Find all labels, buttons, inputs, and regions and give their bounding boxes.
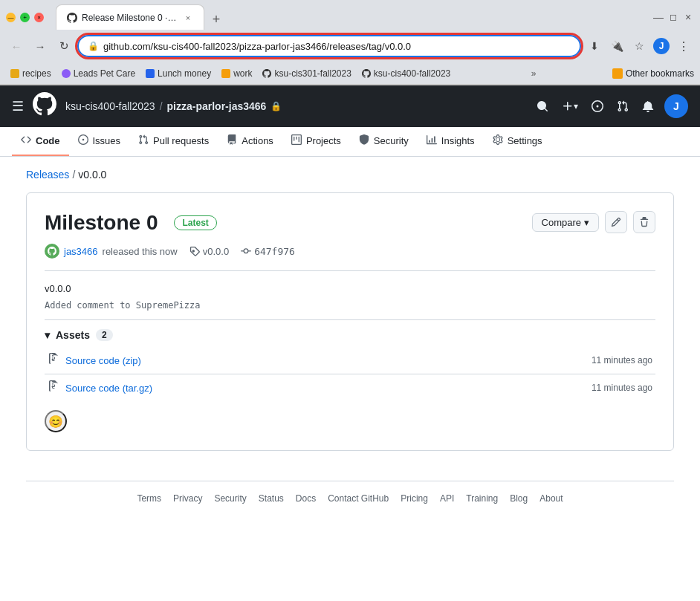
breadcrumb-repo-link[interactable]: pizza-parlor-jas3466 [167,100,267,112]
profile-button[interactable]: J [651,36,672,56]
active-tab[interactable]: Release Milestone 0 · ksu-cis400 × [56,4,204,30]
nav-item-security[interactable]: Security [350,127,418,156]
search-button[interactable] [534,97,551,115]
maximize-button[interactable]: + [20,13,30,22]
notifications-button[interactable] [639,97,657,115]
refresh-button[interactable]: ↻ [54,36,74,56]
bookmark-favicon-ksu400 [362,69,371,78]
footer-link-api[interactable]: API [440,493,454,504]
assets-header[interactable]: ▾ Assets 2 [45,329,655,341]
nav-item-actions[interactable]: Actions [218,127,282,156]
dropdown-icon: ▾ [584,217,589,228]
actions-nav-icon [227,134,237,147]
release-body: v0.0.0 Added comment to SupremePizza [45,270,655,311]
footer-link-pricing[interactable]: Pricing [401,493,428,504]
header-actions: ▾ J [534,94,688,118]
assets-collapse-icon: ▾ [45,329,50,341]
projects-nav-icon [291,134,302,147]
tgz-download-link[interactable]: Source code (tar.gz) [65,383,152,394]
nav-item-issues[interactable]: Issues [69,127,130,156]
main-content: Releases / v0.0.0 Milestone 0 Latest Com… [8,157,692,527]
tag-info: v0.0.0 [189,246,229,257]
assets-section: ▾ Assets 2 Source code (zip) 11 minutes … [45,319,655,401]
nav-item-projects[interactable]: Projects [282,127,350,156]
compare-button[interactable]: Compare ▾ [532,213,599,232]
version-text: v0.0.0 [45,283,655,294]
nav-item-settings[interactable]: Settings [484,127,551,156]
footer-link-contact[interactable]: Contact GitHub [328,493,389,504]
zip-download-link[interactable]: Source code (zip) [65,355,141,366]
bookmark-recipes[interactable]: recipes [6,67,56,80]
minimize-button[interactable]: — [6,13,16,22]
tgz-file-icon [48,380,59,395]
tgz-time: 11 minutes ago [592,383,652,393]
author-link[interactable]: jas3466 [64,246,98,257]
latest-badge: Latest [174,215,216,230]
footer-link-blog[interactable]: Blog [510,493,528,504]
footer-link-about[interactable]: About [539,493,563,504]
bookmark-favicon-recipes [10,69,19,78]
bookmarks-more-button[interactable]: » [527,67,541,80]
back-button[interactable]: ← [6,36,27,56]
bookmark-favicon-lunch [146,69,155,78]
breadcrumb-org-link[interactable]: ksu-cis400-fall2023 [65,100,155,112]
bookmark-ksu-cis301[interactable]: ksu-cis301-fall2023 [258,67,355,80]
user-avatar[interactable]: J [664,94,688,118]
released-text: released this now [103,246,178,257]
bookmark-leads-pet-care[interactable]: Leads Pet Care [57,67,140,80]
pulls-button[interactable] [614,97,632,115]
bookmark-ksu-cis400[interactable]: ksu-cis400-fall2023 [357,67,455,80]
issues-button[interactable] [589,97,606,115]
github-breadcrumb: ksu-cis400-fall2023 / pizza-parlor-jas34… [65,100,282,112]
bookmark-favicon-leads [62,69,71,78]
lock-icon: 🔒 [88,41,99,51]
address-bar[interactable]: 🔒 github.com/ksu-cis400-fall2023/pizza-p… [77,35,581,57]
footer-link-terms[interactable]: Terms [137,493,161,504]
add-reaction-button[interactable]: 😊 [45,410,67,432]
author-info: jas3466 released this now [45,244,178,259]
reactions-area: 😊 [45,410,655,432]
nav-item-insights[interactable]: Insights [418,127,484,156]
window-restore-btn[interactable]: ◻ [667,11,679,23]
window-minimize-btn[interactable]: — [652,11,664,23]
commit-info: 647f976 [241,246,295,257]
pr-nav-icon [138,134,149,147]
zip-file-icon [48,353,59,368]
footer-link-status[interactable]: Status [259,493,284,504]
footer-link-security[interactable]: Security [214,493,246,504]
edit-release-button[interactable] [605,211,627,233]
create-button[interactable]: ▾ [559,97,581,115]
release-action-buttons: Compare ▾ [532,211,655,233]
window-close-btn[interactable]: × [682,11,694,23]
forward-button[interactable]: → [30,36,51,56]
bookmark-work[interactable]: work [217,67,256,80]
footer-link-training[interactable]: Training [466,493,498,504]
footer-link-privacy[interactable]: Privacy [173,493,202,504]
tag-label: v0.0.0 [203,246,229,257]
menu-button[interactable]: ⋮ [673,36,694,56]
other-bookmarks[interactable]: Other bookmarks [612,68,694,79]
extensions-button[interactable]: 🔌 [606,36,627,56]
close-button[interactable]: × [34,13,44,22]
repo-nav: Code Issues Pull requests Actions Projec… [0,127,700,157]
bookmark-lunch-money[interactable]: Lunch money [141,67,215,80]
footer-link-docs[interactable]: Docs [296,493,316,504]
page-content: ☰ ksu-cis400-fall2023 / pizza-parlor-jas… [0,85,700,601]
delete-release-button[interactable] [633,211,655,233]
breadcrumb-version: v0.0.0 [78,169,106,181]
commit-hash: 647f976 [254,246,295,257]
download-button[interactable]: ⬇ [584,36,605,56]
new-tab-button[interactable]: + [206,9,227,30]
bookmark-favicon-work [221,69,230,78]
nav-item-pull-requests[interactable]: Pull requests [129,127,218,156]
breadcrumb-releases-link[interactable]: Releases [26,169,69,181]
hamburger-icon[interactable]: ☰ [12,98,24,114]
nav-item-code[interactable]: Code [12,127,69,156]
release-card: Milestone 0 Latest Compare ▾ [26,192,674,451]
tab-close-button[interactable]: × [183,12,193,24]
github-header: ☰ ksu-cis400-fall2023 / pizza-parlor-jas… [0,85,700,127]
bookmarks-bar: recipes Leads Pet Care Lunch money work … [0,62,700,85]
bookmark-button[interactable]: ☆ [629,36,649,56]
repo-lock-icon: 🔒 [270,101,282,111]
github-logo[interactable] [33,92,56,120]
